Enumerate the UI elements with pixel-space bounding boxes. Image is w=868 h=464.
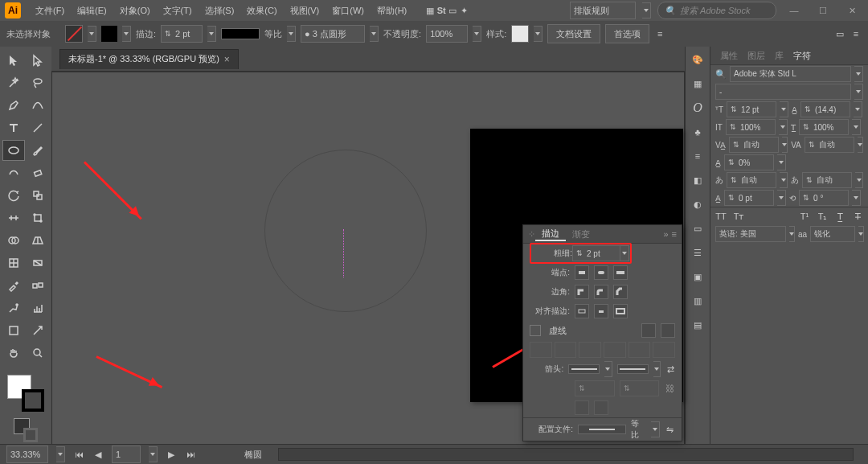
symbols-panel-icon[interactable]: ♣ (690, 124, 706, 140)
fill-swatch[interactable] (65, 25, 83, 43)
aki4-drop[interactable] (852, 190, 861, 206)
transparency-panel-icon[interactable]: ◧ (690, 172, 706, 188)
panel-toggle-icon[interactable]: ▭ (834, 28, 845, 39)
superscript-icon[interactable]: T¹ (799, 211, 810, 222)
tab-character[interactable]: 字符 (788, 50, 816, 62)
ellipse-tool[interactable] (2, 140, 25, 161)
link-scale-icon[interactable]: ⛓ (664, 383, 675, 394)
menu-window[interactable]: 窗口(W) (326, 0, 371, 21)
magic-wand-tool[interactable] (2, 72, 25, 93)
vscale-drop[interactable] (779, 119, 788, 135)
arrow-start[interactable] (568, 364, 600, 374)
type-tool[interactable] (2, 117, 25, 138)
kerning[interactable]: 自动 (729, 137, 779, 153)
document-tab[interactable]: 未标题-1* @ 33.33% (RGB/GPU 预览) (59, 49, 239, 69)
swatches-panel-icon[interactable]: ▦ (690, 76, 706, 92)
tracking[interactable]: 自动 (805, 137, 854, 153)
cap-projecting[interactable] (613, 265, 628, 280)
aki-before[interactable]: 0 pt (724, 190, 774, 206)
workspace-drop[interactable] (642, 2, 651, 18)
menu-object[interactable]: 对象(O) (113, 0, 157, 21)
free-transform-tool[interactable] (27, 207, 49, 228)
hscrollbar[interactable] (278, 448, 854, 461)
profile-drop-2[interactable] (651, 421, 660, 437)
libraries-icon[interactable]: ▤ (690, 317, 706, 333)
menu-file[interactable]: 文件(F) (29, 0, 71, 21)
dash-align-2[interactable] (661, 323, 675, 338)
swap-arrows-icon[interactable]: ⇄ (665, 363, 675, 375)
minimize-button[interactable]: — (783, 4, 805, 17)
maximize-button[interactable]: ☐ (812, 4, 834, 17)
aki-left[interactable]: 自动 (727, 172, 776, 188)
baseline-drop[interactable] (777, 154, 786, 170)
rotate-tool[interactable] (2, 185, 25, 206)
char-rotation[interactable]: 0° (799, 190, 849, 206)
profile-drop[interactable] (287, 26, 296, 42)
dash-3[interactable] (628, 342, 651, 358)
workspace-switcher[interactable]: 排版规则 (570, 2, 636, 19)
underline-icon[interactable]: T̲ (834, 211, 845, 222)
aki3-drop[interactable] (777, 190, 786, 206)
gap-3[interactable] (653, 342, 675, 358)
baseline-shift[interactable]: 0% (724, 154, 774, 170)
slice-tool[interactable] (27, 320, 49, 341)
brush-drop[interactable] (370, 26, 379, 42)
tab-libraries[interactable]: 库 (770, 50, 788, 62)
arrange-icon[interactable]: ▭ (447, 5, 458, 16)
kern-drop[interactable] (782, 137, 788, 153)
tab-properties[interactable]: 属性 (715, 50, 743, 62)
aki-drop2[interactable] (855, 172, 863, 188)
arrow-ext-1[interactable] (575, 400, 589, 415)
pen-tool[interactable] (2, 95, 25, 116)
track-drop[interactable] (858, 137, 863, 153)
stock-icon[interactable]: St (436, 5, 447, 16)
dash-2[interactable] (579, 342, 601, 358)
opacity-drop[interactable] (473, 26, 481, 42)
stroke-drop[interactable] (122, 26, 131, 42)
hscale-drop[interactable] (852, 119, 861, 135)
graphic-styles-icon[interactable]: ▭ (690, 220, 706, 236)
tab-layers[interactable]: 图层 (743, 50, 770, 62)
hscale[interactable]: 100% (799, 119, 849, 135)
arrow-end-drop[interactable] (653, 361, 661, 377)
menu-type[interactable]: 文字(T) (157, 0, 199, 21)
shaper-tool[interactable] (2, 162, 25, 183)
menu-select[interactable]: 选择(S) (199, 0, 241, 21)
nav-next-icon[interactable]: ▶ (166, 449, 177, 460)
profile-preview[interactable] (578, 425, 626, 434)
artboards-panel-icon[interactable]: ▥ (690, 293, 706, 309)
tab-gradient[interactable]: 渐变 (566, 228, 596, 240)
vscale[interactable]: 100% (726, 119, 776, 135)
antialias[interactable]: 锐化 (810, 226, 855, 242)
perspective-tool[interactable] (27, 230, 49, 251)
language[interactable]: 英语: 美国 (715, 226, 786, 242)
stroke-weight-field[interactable]: 2 pt (572, 245, 620, 261)
leading-drop[interactable] (854, 101, 862, 117)
gpu-icon[interactable]: ✦ (458, 5, 469, 16)
scale-tool[interactable] (27, 185, 49, 206)
font-size[interactable]: 12 pt (727, 101, 776, 117)
tab-stroke[interactable]: 描边 (535, 228, 566, 241)
flip-x-icon[interactable]: ⇋ (665, 424, 675, 435)
stroke-weight-drop[interactable] (207, 26, 216, 42)
panel-grip-icon[interactable]: ⁘ (528, 229, 535, 240)
eraser-tool[interactable] (27, 162, 49, 183)
color-panel-icon[interactable]: 🎨 (690, 51, 706, 68)
aki-right[interactable]: 自动 (802, 172, 852, 188)
stroke-weight[interactable]: 2 pt (161, 25, 203, 43)
size-drop[interactable] (780, 101, 788, 117)
smallcaps-icon[interactable]: Tᴛ (733, 211, 744, 222)
align-inside[interactable] (594, 304, 608, 318)
collapse-icon[interactable]: ≡ (850, 28, 862, 39)
join-miter[interactable] (575, 285, 589, 299)
line-tool[interactable] (27, 117, 49, 138)
menu-help[interactable]: 帮助(H) (371, 0, 413, 21)
aki-drop[interactable] (780, 172, 788, 188)
gradient-tool[interactable] (27, 253, 49, 273)
appearance-panel-icon[interactable]: ◐ (690, 196, 706, 212)
artboard-nav[interactable]: 1 (112, 446, 141, 463)
align-icon[interactable]: ≡ (654, 28, 665, 39)
zoom-tool[interactable] (27, 343, 49, 363)
subscript-icon[interactable]: T₁ (817, 211, 828, 222)
style-drop2[interactable] (854, 84, 863, 100)
